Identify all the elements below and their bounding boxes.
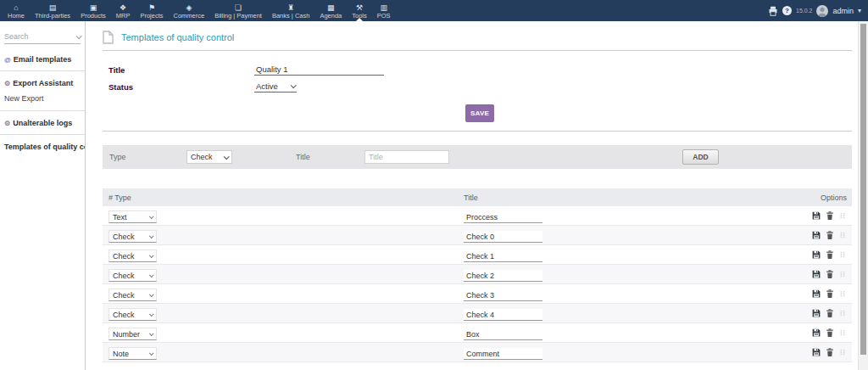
topbar-item-label: Agenda [320, 13, 342, 20]
type-filter-select[interactable]: Check [186, 150, 232, 164]
trash-icon[interactable] [826, 270, 834, 278]
sidebar-item-export-assistant[interactable]: ⚙Export Assistant [0, 71, 85, 94]
table-row: Check [103, 245, 852, 265]
row-title-input[interactable] [464, 289, 542, 301]
row-title-input[interactable] [464, 250, 542, 262]
row-type-select[interactable]: Number [108, 328, 157, 340]
grip-icon[interactable] [839, 310, 846, 317]
topbar-item-label: Projects [140, 13, 163, 20]
grip-icon[interactable] [839, 349, 846, 356]
topbar-item-third-parties[interactable]: ▤ Third-parties [30, 0, 75, 21]
topbar-item-banks[interactable]: ♜ Banks | Cash [267, 0, 314, 21]
questions-table: # Type Title Options Text [103, 188, 852, 362]
chevron-down-icon [149, 253, 154, 258]
topbar-item-pos[interactable]: ▥ POS [372, 0, 396, 21]
topbar-item-tools[interactable]: ⚒ Tools [347, 0, 372, 21]
trash-icon[interactable] [826, 231, 834, 239]
row-title-input[interactable] [464, 231, 542, 243]
save-icon[interactable] [812, 309, 821, 317]
save-icon[interactable] [812, 348, 821, 356]
chevron-down-icon [149, 233, 154, 238]
scrollbar-thumb[interactable] [860, 24, 866, 355]
avatar[interactable] [816, 5, 828, 17]
topbar-item-agenda[interactable]: ▦ Agenda [314, 0, 347, 21]
chevron-down-icon [76, 33, 82, 39]
grip-icon[interactable] [839, 329, 846, 336]
row-title-input[interactable] [464, 328, 542, 340]
at-icon: @ [4, 56, 11, 64]
grip-icon[interactable] [839, 212, 846, 219]
printer-icon[interactable] [768, 6, 778, 16]
topbar-item-label: Commerce [174, 13, 205, 20]
save-icon[interactable] [812, 231, 821, 239]
type-filter-label: Type [109, 153, 126, 161]
sidebar-item-email-templates[interactable]: @Email templates [0, 48, 85, 70]
topbar-item-projects[interactable]: ⚑ Projects [135, 0, 168, 21]
save-icon[interactable] [812, 250, 821, 259]
sidebar-item-label: Export Assistant [13, 79, 73, 87]
row-title-input[interactable] [464, 348, 542, 360]
user-menu[interactable]: admin [832, 7, 854, 15]
page-title: Templates of quality control [121, 32, 234, 42]
grip-icon[interactable] [839, 290, 846, 297]
title-field[interactable] [254, 64, 384, 76]
table-row: Check [103, 265, 852, 284]
sidebar-search-select[interactable]: Search [4, 32, 81, 44]
chevron-down-icon [149, 331, 154, 336]
row-type-select[interactable]: Check [108, 289, 157, 301]
row-type-select[interactable]: Check [108, 249, 157, 262]
row-title-input[interactable] [464, 211, 542, 223]
topbar-item-label: Billing | Payment [214, 13, 262, 20]
grip-icon[interactable] [839, 251, 846, 258]
chevron-down-icon [149, 214, 154, 219]
table-header: # Type Title Options [103, 188, 852, 206]
topbar-item-mrp[interactable]: ❖ MRP [111, 0, 136, 21]
trash-icon[interactable] [826, 328, 834, 337]
help-icon[interactable]: ? [782, 6, 792, 15]
divider [103, 50, 852, 51]
row-type-select[interactable]: Check [108, 308, 157, 321]
banks-icon: ♜ [287, 3, 294, 12]
save-icon[interactable] [812, 270, 821, 278]
agenda-icon: ▦ [327, 3, 335, 12]
topbar-item-products[interactable]: ▣ Products [75, 0, 111, 21]
row-type-select[interactable]: Note [108, 347, 157, 360]
topbar-item-commerce[interactable]: ◈ Commerce [169, 0, 210, 21]
trash-icon[interactable] [826, 211, 834, 220]
add-button[interactable]: ADD [682, 149, 719, 165]
topbar-item-billing[interactable]: ❏ Billing | Payment [209, 0, 267, 21]
column-header-title: Title [464, 193, 798, 202]
divider [103, 131, 852, 132]
chevron-down-icon [149, 350, 154, 356]
save-button[interactable]: SAVE [465, 104, 494, 122]
trash-icon[interactable] [826, 309, 834, 317]
chevron-down-icon [224, 154, 230, 160]
sidebar-search-label: Search [4, 32, 29, 41]
row-type-select[interactable]: Check [108, 269, 157, 282]
title-filter-input[interactable] [364, 150, 449, 164]
status-select[interactable]: Active [254, 81, 297, 92]
tools-icon: ⚒ [356, 3, 363, 12]
sidebar-item-unalterable-logs[interactable]: ⚙Unalterable logs [0, 111, 85, 134]
row-title-input[interactable] [464, 270, 542, 282]
save-icon[interactable] [812, 289, 821, 298]
vertical-scrollbar[interactable] [858, 21, 868, 370]
sidebar-item-new-export[interactable]: New Export [0, 94, 85, 110]
save-icon[interactable] [812, 328, 821, 337]
trash-icon[interactable] [826, 250, 834, 259]
topbar-menu: ⌂ Home ▤ Third-parties ▣ Products ❖ MRP … [0, 0, 868, 21]
row-type-select[interactable]: Text [108, 210, 157, 223]
row-type-select[interactable]: Check [108, 230, 157, 243]
trash-icon[interactable] [826, 289, 834, 298]
trash-icon[interactable] [826, 348, 834, 356]
row-title-input[interactable] [464, 309, 542, 321]
sidebar-item-templates-quality[interactable]: Templates of quality co... [0, 135, 85, 158]
topbar-item-home[interactable]: ⌂ Home [3, 0, 30, 21]
grip-icon[interactable] [839, 271, 846, 278]
grip-icon[interactable] [839, 232, 846, 238]
save-icon[interactable] [812, 211, 821, 220]
cogs-icon: ⚙ [4, 120, 10, 127]
topbar-item-label: MRP [116, 13, 131, 20]
chevron-down-icon[interactable]: ▾ [858, 7, 861, 14]
topbar-item-label: POS [377, 13, 391, 20]
